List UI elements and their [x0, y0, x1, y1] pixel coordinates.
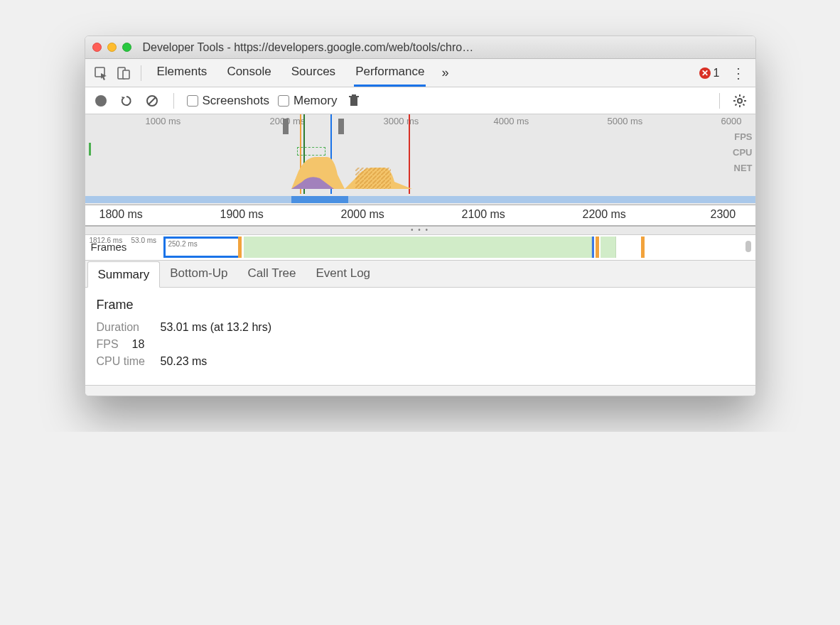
ov-tick: 6000	[721, 116, 742, 126]
memory-checkbox[interactable]: Memory	[278, 94, 337, 108]
frame-time-label: 250.2 ms	[168, 240, 198, 248]
separator	[141, 65, 141, 81]
ov-tick: 4000 ms	[494, 116, 529, 126]
frames-track[interactable]: 1812.6 ms Frames 53.0 ms 250.2 ms	[85, 235, 755, 261]
collapse-handle[interactable]: • • •	[85, 227, 755, 235]
fps-bar	[297, 147, 325, 156]
net-label: NET	[733, 163, 752, 173]
overview-handle-right[interactable]	[338, 119, 344, 134]
menu-icon[interactable]: ⋮	[727, 65, 750, 82]
svg-line-15	[735, 104, 736, 105]
checkbox-icon	[187, 95, 198, 107]
clear-button[interactable]	[144, 92, 161, 109]
inspect-element-icon[interactable]	[91, 63, 111, 83]
traffic-lights	[92, 43, 131, 52]
settings-icon[interactable]	[731, 92, 748, 109]
net-bar	[85, 196, 755, 203]
frame-paint-slice	[238, 237, 242, 258]
panel-tab-bar: Elements Console Sources Performance » ✕…	[85, 59, 755, 87]
summary-value: 18	[132, 338, 145, 351]
frame-paint-slice	[596, 237, 599, 258]
subtab-call-tree[interactable]: Call Tree	[237, 261, 306, 287]
scrollbar-thumb[interactable]	[745, 241, 751, 252]
cpu-activity-chart	[291, 150, 412, 189]
error-count-badge[interactable]: ✕ 1	[699, 67, 720, 80]
ov-tick: 5000 ms	[608, 116, 643, 126]
summary-panel: Frame Duration 53.01 ms (at 13.2 hrs) FP…	[85, 288, 755, 386]
overview-handle-left[interactable]	[283, 119, 289, 134]
svg-rect-6	[349, 96, 359, 97]
tab-performance[interactable]: Performance	[354, 59, 426, 87]
zoom-window-button[interactable]	[122, 43, 131, 52]
svg-point-8	[738, 99, 742, 103]
summary-value: 50.23 ms	[161, 355, 208, 368]
titlebar: Developer Tools - https://developers.goo…	[85, 36, 755, 59]
footer-bar	[85, 386, 755, 396]
ruler-tick: 2200 ms	[583, 208, 626, 221]
svg-rect-5	[350, 97, 357, 106]
ruler-tick: 2000 ms	[341, 208, 384, 221]
error-count: 1	[714, 67, 720, 80]
subtab-event-log[interactable]: Event Log	[306, 261, 381, 287]
main-tabs: Elements Console Sources Performance	[156, 59, 426, 87]
summary-row: Duration 53.01 ms (at 13.2 hrs)	[97, 321, 744, 334]
summary-key: FPS	[97, 338, 124, 351]
screenshots-label: Screenshots	[203, 94, 270, 108]
delete-icon[interactable]	[345, 92, 362, 109]
details-tabs: Summary Bottom-Up Call Tree Event Log	[85, 261, 755, 288]
fps-label: FPS	[733, 131, 752, 142]
summary-key: Duration	[97, 321, 152, 334]
performance-toolbar: Screenshots Memory	[85, 87, 755, 114]
minimize-window-button[interactable]	[107, 43, 117, 52]
ruler-tick: 1800 ms	[99, 208, 143, 221]
separator	[173, 93, 174, 109]
tab-sources[interactable]: Sources	[290, 59, 337, 87]
summary-value: 53.01 ms (at 13.2 hrs)	[161, 321, 272, 334]
svg-line-13	[735, 96, 736, 97]
summary-key: CPU time	[97, 355, 152, 368]
record-button[interactable]	[92, 92, 109, 109]
separator	[719, 93, 720, 109]
fps-bar	[89, 143, 91, 156]
error-icon: ✕	[699, 67, 711, 79]
svg-rect-7	[352, 94, 356, 96]
more-tabs-button[interactable]: »	[441, 65, 448, 80]
ruler-tick: 2300	[711, 208, 736, 221]
memory-label: Memory	[294, 94, 337, 108]
tab-elements[interactable]: Elements	[156, 59, 209, 87]
frames-track-label: Frames	[91, 241, 127, 253]
overview-ruler: 1000 ms 2000 ms 3000 ms 4000 ms 5000 ms …	[85, 114, 755, 129]
svg-line-4	[149, 97, 156, 104]
ruler-tick: 2100 ms	[462, 208, 505, 221]
frame-layout-slice	[592, 237, 594, 258]
svg-line-14	[743, 104, 744, 105]
svg-rect-2	[123, 70, 129, 79]
ov-tick: 1000 ms	[146, 116, 181, 126]
summary-title: Frame	[97, 298, 744, 312]
frame-selected[interactable]: 250.2 ms	[163, 237, 242, 258]
summary-row: FPS 18	[97, 338, 744, 351]
summary-row: CPU time 50.23 ms	[97, 355, 744, 368]
ov-tick: 3000 ms	[384, 116, 419, 126]
svg-line-16	[743, 96, 744, 97]
subtab-summary[interactable]: Summary	[87, 261, 161, 288]
tab-console[interactable]: Console	[225, 59, 272, 87]
detail-ruler[interactable]: 1800 ms 1900 ms 2000 ms 2100 ms 2200 ms …	[85, 205, 755, 227]
svg-rect-17	[355, 168, 391, 189]
devtools-window: Developer Tools - https://developers.goo…	[85, 36, 756, 396]
window-title: Developer Tools - https://developers.goo…	[140, 41, 748, 54]
overview-timeline[interactable]: 1000 ms 2000 ms 3000 ms 4000 ms 5000 ms …	[85, 114, 755, 205]
frame-segment[interactable]	[601, 237, 616, 258]
frame-paint-slice	[641, 237, 645, 258]
frame-segment[interactable]	[244, 237, 592, 258]
overview-lane-labels: FPS CPU NET	[733, 131, 752, 173]
ruler-tick: 1900 ms	[220, 208, 264, 221]
device-toolbar-icon[interactable]	[114, 63, 134, 83]
checkbox-icon	[278, 95, 289, 107]
close-window-button[interactable]	[92, 43, 102, 52]
subtab-bottom-up[interactable]: Bottom-Up	[160, 261, 237, 287]
cpu-label: CPU	[733, 147, 752, 158]
reload-button[interactable]	[118, 92, 135, 109]
frame-time-label: 53.0 ms	[131, 237, 157, 244]
screenshots-checkbox[interactable]: Screenshots	[187, 94, 270, 108]
